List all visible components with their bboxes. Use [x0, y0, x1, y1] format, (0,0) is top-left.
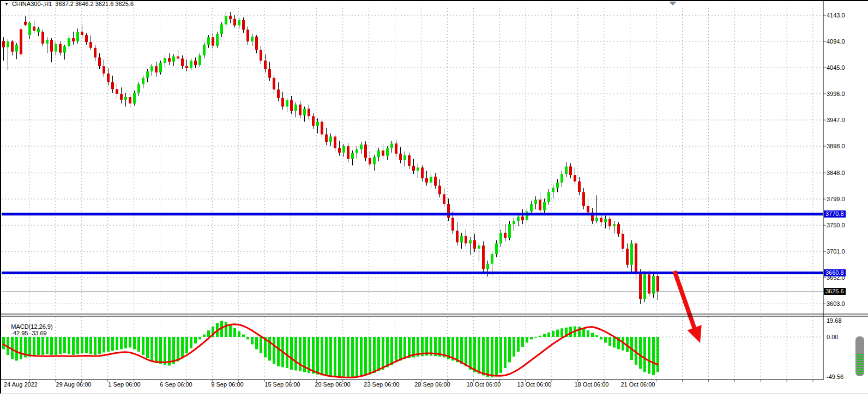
macd-histogram-bar: [137, 337, 140, 352]
price-axis-label: 3750.0: [827, 222, 845, 228]
macd-histogram-bar: [72, 337, 75, 355]
macd-histogram-bar: [643, 337, 646, 372]
macd-histogram-bar: [103, 337, 105, 353]
support-resistance-lines[interactable]: [2, 213, 823, 292]
bullish-candle: [37, 29, 40, 33]
macd-histogram-bar: [469, 337, 472, 370]
bullish-candle: [68, 38, 70, 46]
macd-histogram-bar: [290, 337, 293, 370]
bullish-candle: [15, 45, 18, 52]
bearish-candle: [656, 276, 659, 291]
macd-histogram-bar: [59, 337, 62, 354]
bullish-candle: [342, 146, 345, 153]
bearish-candle: [635, 243, 637, 272]
bullish-candle: [513, 221, 515, 224]
bearish-candle: [639, 272, 642, 299]
chart-title: ▼ CHINA300-,H1 3637.2 3646.2 3621.6 3625…: [4, 1, 134, 7]
bearish-candle: [2, 41, 5, 47]
bullish-candle: [560, 174, 563, 183]
macd-histogram-bar: [513, 337, 515, 357]
bullish-candle: [543, 202, 546, 210]
bearish-candle: [85, 35, 88, 42]
macd-histogram-bar: [342, 337, 345, 377]
price-axis-label: 4094.0: [827, 38, 845, 45]
arrow-head: [688, 325, 702, 343]
macd-histogram-bar: [373, 337, 376, 373]
bearish-candle: [334, 136, 336, 148]
macd-histogram-bar: [355, 337, 358, 377]
bearish-candle: [338, 148, 341, 153]
macd-histogram-bar: [68, 337, 70, 354]
bearish-candle: [434, 177, 437, 186]
macd-histogram-bar: [539, 336, 541, 337]
scroll-thumb[interactable]: [855, 336, 864, 376]
bearish-candle: [569, 166, 572, 175]
macd-histogram-bar: [499, 337, 502, 373]
macd-histogram-bar: [364, 337, 367, 376]
bearish-candle: [50, 40, 53, 52]
down-arrow-annotation[interactable]: [674, 271, 702, 343]
bearish-candle: [177, 56, 179, 58]
bearish-candle: [443, 194, 445, 204]
macd-histogram-bar: [120, 337, 123, 349]
bearish-candle: [120, 94, 123, 100]
bullish-candle: [238, 20, 240, 26]
bearish-candle: [364, 144, 367, 158]
macd-histogram-bar: [203, 335, 206, 337]
bearish-candle: [277, 89, 280, 98]
bearish-candle: [539, 200, 541, 210]
scroll-thumb-stripe: [857, 371, 863, 372]
bearish-candle: [308, 109, 310, 117]
bearish-candle: [246, 29, 249, 41]
bearish-candle: [255, 37, 258, 50]
bullish-candle: [403, 155, 406, 160]
bullish-candle: [251, 37, 254, 41]
bearish-candle: [456, 231, 459, 243]
bullish-candle: [486, 264, 489, 269]
scroll-thumb-stripe: [857, 354, 863, 355]
macd-histogram-bar: [299, 337, 302, 371]
chart-canvas[interactable]: [0, 0, 868, 398]
bullish-candle: [7, 41, 9, 47]
bearish-candle: [94, 48, 97, 58]
macd-histogram-bar: [133, 337, 136, 349]
bullish-candle: [150, 66, 153, 71]
bearish-candle: [582, 192, 585, 206]
macd-histogram-bar: [547, 333, 550, 337]
bullish-candle: [652, 276, 655, 293]
macd-histogram-bar: [560, 328, 563, 337]
macd-histogram-bar: [251, 337, 254, 345]
macd-histogram-bar: [198, 337, 201, 340]
bullish-candle: [517, 216, 520, 221]
symbol-dropdown-icon[interactable]: ▼: [4, 1, 9, 7]
macd-histogram-bar: [613, 337, 616, 348]
bearish-candle: [290, 100, 293, 111]
bullish-candle: [390, 143, 393, 148]
macd-histogram-bar: [578, 327, 581, 337]
bearish-candle: [107, 74, 110, 82]
time-axis-label: 13 Oct 06:00: [517, 381, 552, 388]
macd-histogram-bar: [194, 337, 197, 343]
bullish-candle: [294, 105, 297, 111]
bearish-candle: [600, 218, 602, 222]
bearish-candle: [103, 66, 105, 74]
macd-histogram-bar: [316, 337, 319, 375]
bullish-candle: [146, 71, 149, 78]
bullish-candle: [556, 183, 559, 188]
level-price-badge: 3770.8: [824, 210, 846, 218]
bullish-candle: [386, 148, 389, 156]
macd-histogram-bar: [181, 337, 184, 358]
bullish-candle: [478, 245, 480, 249]
bearish-candle: [412, 166, 415, 171]
macd-histogram-bar: [94, 337, 97, 355]
time-axis-label: 9 Sep 06:00: [211, 381, 243, 388]
macd-histogram-bar: [395, 337, 397, 363]
macd-histogram-bar: [229, 325, 232, 337]
macd-histogram-bar: [155, 337, 158, 363]
macd-histogram-bar: [595, 335, 598, 337]
bearish-candle: [260, 50, 262, 61]
bearish-candle: [212, 37, 214, 46]
macd-histogram-bar: [146, 337, 149, 358]
bearish-candle: [33, 27, 35, 31]
bearish-candle: [233, 19, 236, 26]
